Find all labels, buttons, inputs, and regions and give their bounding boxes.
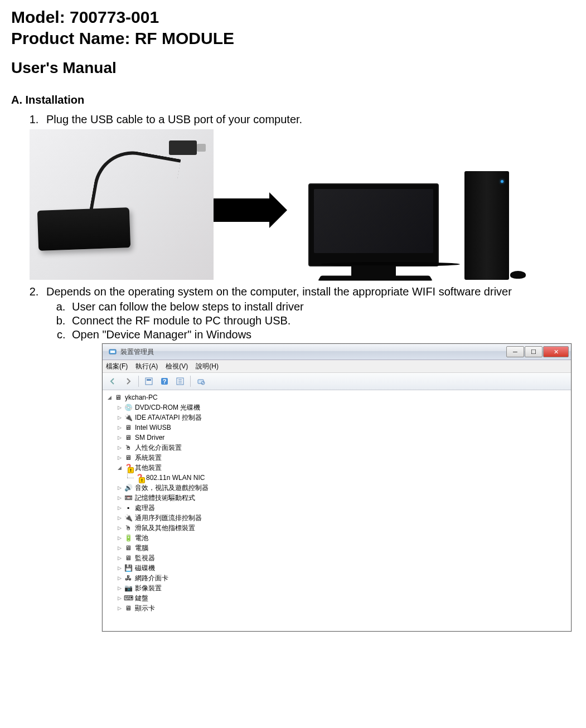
window-icon: [108, 347, 117, 356]
tree-node[interactable]: ▷▪處理器: [116, 503, 570, 513]
tree-node[interactable]: ◢❓其他裝置: [116, 463, 570, 473]
close-button[interactable]: ✕: [543, 346, 569, 357]
tree-node[interactable]: ▷🔌IDE ATA/ATAPI 控制器: [116, 412, 570, 423]
device-icon: 🖥: [124, 423, 133, 432]
tree-node[interactable]: ▷🖥Intel WiUSB: [116, 423, 570, 433]
tree-root[interactable]: ◢ 🖥 ykchan-PC: [106, 392, 570, 402]
expander-icon[interactable]: ▷: [116, 503, 123, 513]
tree-node-label: Intel WiUSB: [135, 423, 171, 433]
tree-node[interactable]: ▷⌨鍵盤: [116, 593, 570, 603]
minimize-button[interactable]: ─: [506, 346, 524, 357]
tree-node[interactable]: ▷🔋電池: [116, 533, 570, 543]
svg-rect-2: [146, 378, 152, 385]
expander-icon[interactable]: ▷: [116, 443, 123, 453]
device-icon: 💿: [124, 403, 133, 412]
expander-icon[interactable]: ▷: [116, 402, 123, 412]
svg-rect-1: [110, 351, 115, 353]
expander-icon[interactable]: ▷: [116, 603, 123, 613]
expander-icon[interactable]: ▷: [116, 493, 123, 503]
tree-node[interactable]: ▷🔊音效，視訊及遊戲控制器: [116, 483, 570, 493]
expander-icon[interactable]: ▷: [116, 593, 123, 603]
expander-icon[interactable]: ▷: [116, 483, 123, 493]
computer-illustration: [292, 157, 531, 280]
device-icon: 📷: [124, 584, 133, 593]
expander-icon[interactable]: ▷: [116, 533, 123, 543]
expander-icon[interactable]: ◢: [116, 463, 123, 473]
device-icon: 🖥: [124, 554, 133, 562]
tree-node-label: DVD/CD-ROM 光碟機: [135, 402, 200, 412]
device-icon: 🖥: [124, 604, 133, 613]
back-button[interactable]: [106, 375, 119, 388]
tree-node[interactable]: ▷🖥系統裝置: [116, 453, 570, 463]
tree-node-label: 人性化介面裝置: [135, 443, 182, 453]
tree-node[interactable]: ▷🖧網路介面卡: [116, 573, 570, 583]
menu-action[interactable]: 執行(A): [135, 362, 158, 371]
tree-node-label: 鍵盤: [135, 593, 148, 603]
tree-node[interactable]: ▷📷影像裝置: [116, 583, 570, 593]
tree-node-label: 系統裝置: [135, 453, 162, 463]
tree-node[interactable]: ▷🖥顯示卡: [116, 603, 570, 613]
step-1-text: Plug the USB cable to a USB port of your…: [46, 113, 302, 125]
expander-icon[interactable]: ▷: [116, 563, 123, 573]
expander-icon[interactable]: ▷: [116, 453, 123, 463]
expander-icon[interactable]: ▷: [116, 523, 123, 533]
installation-steps: Plug the USB cable to a USB port of your…: [11, 113, 575, 632]
tree-node[interactable]: ▷📼記憶體技術驅動程式: [116, 493, 570, 503]
device-icon: 🖥: [124, 453, 133, 462]
toolbar-button-1[interactable]: [142, 375, 156, 388]
device-icon: ❓: [135, 473, 144, 482]
help-button[interactable]: ?: [158, 375, 171, 388]
svg-rect-3: [147, 379, 151, 381]
toolbar: ?: [103, 373, 571, 390]
device-icon: 🔌: [124, 513, 133, 522]
expander-icon[interactable]: ▷: [116, 433, 123, 443]
tree-node[interactable]: ▷🖥電腦: [116, 543, 570, 553]
tree-node[interactable]: ▷🖱滑鼠及其他指標裝置: [116, 523, 570, 533]
device-icon: 🔌: [124, 413, 133, 422]
expander-icon[interactable]: ◢: [106, 392, 113, 402]
tree-node-label: 電池: [135, 533, 148, 543]
step-1-images: [30, 129, 575, 280]
expander-icon[interactable]: ▷: [116, 513, 123, 523]
tree-node-child[interactable]: ❓802.11n WLAN NIC: [135, 473, 570, 483]
expander-icon[interactable]: ▷: [116, 573, 123, 583]
expander-icon[interactable]: ▷: [116, 423, 123, 433]
tree-node-label: 影像裝置: [135, 583, 162, 593]
device-manager-window: 裝置管理員 ─ ☐ ✕ 檔案(F) 執行(A) 檢視(V) 說明(H) ?: [102, 343, 572, 632]
step-2a: User can follow the below steps to insta…: [69, 300, 575, 313]
device-icon: 💾: [124, 564, 133, 572]
menu-view[interactable]: 檢視(V): [166, 362, 188, 371]
device-icon: ⌨: [124, 594, 133, 603]
svg-text:?: ?: [163, 378, 167, 385]
tree-node[interactable]: ▷🖱人性化介面裝置: [116, 443, 570, 453]
manual-title: User's Manual: [11, 59, 575, 77]
tree-node[interactable]: ▷💾磁碟機: [116, 563, 570, 573]
device-icon: 🖥: [124, 433, 133, 442]
menu-bar: 檔案(F) 執行(A) 檢視(V) 說明(H): [103, 360, 571, 373]
step-2: Depends on the operating system on the c…: [42, 285, 575, 632]
maximize-button[interactable]: ☐: [525, 346, 543, 357]
tree-node[interactable]: ▷🖥SM Driver: [116, 433, 570, 443]
tree-node[interactable]: ▷🖥監視器: [116, 553, 570, 563]
scan-button[interactable]: [194, 375, 207, 388]
menu-file[interactable]: 檔案(F): [106, 362, 128, 371]
toolbar-button-2[interactable]: [173, 375, 187, 388]
tree-node-label: 音效，視訊及遊戲控制器: [135, 483, 209, 493]
expander-icon[interactable]: ▷: [116, 543, 123, 553]
device-icon: 🖱: [124, 523, 133, 532]
expander-icon[interactable]: ▷: [116, 553, 123, 563]
tree-node-label: 顯示卡: [135, 603, 155, 613]
tree-node-label: 通用序列匯流排控制器: [135, 513, 202, 523]
menu-help[interactable]: 說明(H): [196, 362, 219, 371]
window-titlebar[interactable]: 裝置管理員 ─ ☐ ✕: [103, 344, 571, 360]
tree-node[interactable]: ▷💿DVD/CD-ROM 光碟機: [116, 402, 570, 412]
forward-button[interactable]: [122, 375, 135, 388]
step-2c: Open "Device Manager" in Windows: [69, 328, 575, 341]
tree-node-label: 網路介面卡: [135, 573, 168, 583]
tree-node-label: 電腦: [135, 543, 148, 553]
arrow-icon: [214, 198, 269, 222]
expander-icon[interactable]: ▷: [116, 412, 123, 423]
tree-node[interactable]: ▷🔌通用序列匯流排控制器: [116, 513, 570, 523]
device-icon: ▪: [124, 503, 133, 512]
expander-icon[interactable]: ▷: [116, 583, 123, 593]
